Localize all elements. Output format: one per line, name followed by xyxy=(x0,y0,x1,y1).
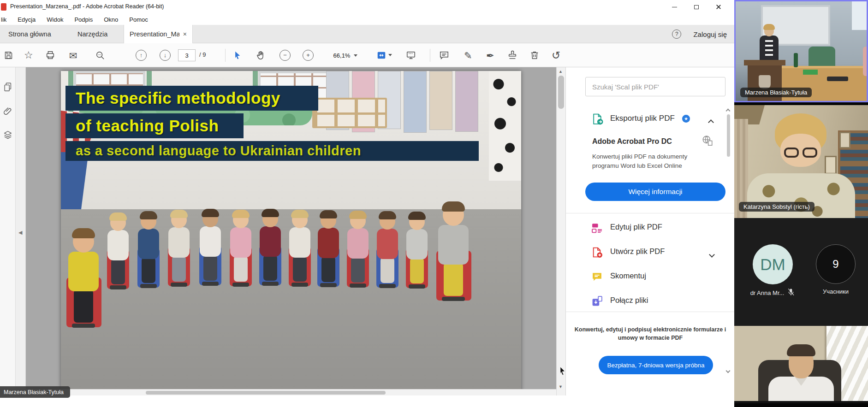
horizontal-scrollbar[interactable] xyxy=(26,389,556,395)
participant-video-marzena[interactable]: Marzena Błasiak-Tytuła xyxy=(734,0,868,102)
zoom-level-select[interactable]: 66,1% xyxy=(326,49,365,61)
participants-count-avatar: 9 xyxy=(816,244,856,284)
tab-close-icon[interactable]: × xyxy=(183,30,187,38)
menu-item-widok[interactable]: Widok xyxy=(47,16,63,23)
menu-item-plik[interactable]: lik xyxy=(1,16,6,23)
menu-item-okno[interactable]: Okno xyxy=(104,16,118,23)
chevron-down-icon xyxy=(354,54,357,57)
stamp-icon[interactable] xyxy=(507,50,517,60)
hand-tool-icon[interactable] xyxy=(256,50,266,60)
tool-label: Utwórz plik PDF xyxy=(610,247,665,256)
child-figure xyxy=(103,207,133,299)
child-figure xyxy=(196,203,225,295)
scroll-up-icon[interactable] xyxy=(726,109,731,113)
tab-bar: Strona główna Narzędzia Presentation_Mar… xyxy=(0,25,734,43)
participant-name-label: Katarzyna Sobstyl (гість) xyxy=(739,202,814,212)
page-thumbnails-icon[interactable] xyxy=(3,82,13,92)
acrobat-pro-heading: Adobe Acrobat Pro DC xyxy=(592,137,672,146)
tab-home[interactable]: Strona główna xyxy=(0,25,59,43)
child-figure xyxy=(63,223,105,338)
pdf-page: The specific methodology of teaching Pol… xyxy=(61,71,521,394)
page-number-input[interactable]: 3 xyxy=(178,49,196,61)
participant-video-katarzyna[interactable]: Katarzyna Sobstyl (гість) xyxy=(734,105,868,218)
trial-promo-text: Konwertuj, edytuj i podpisuj elektronicz… xyxy=(571,325,729,342)
vertical-scrollbar[interactable]: ▲ ▼ xyxy=(556,67,565,395)
export-pdf-row[interactable]: Eksportuj plik PDF ★ xyxy=(566,107,734,132)
rotate-icon[interactable]: ↺ xyxy=(552,50,560,60)
export-pdf-icon xyxy=(591,113,604,127)
pane-splitter[interactable]: ◀ xyxy=(16,67,26,395)
presenter-name-overlay: Marzena Błasiak-Tytuła xyxy=(0,386,70,398)
presentation-mode-icon[interactable] xyxy=(406,50,416,60)
scroll-up-icon[interactable]: ▲ xyxy=(559,69,563,74)
window-title: Presentation_Marzena_.pdf - Adobe Acroba… xyxy=(10,3,164,10)
comment-tool-icon[interactable] xyxy=(439,50,449,60)
sign-in-link[interactable]: Zaloguj się xyxy=(693,30,727,38)
delete-pages-icon[interactable] xyxy=(529,50,540,60)
next-page-icon[interactable]: ↓ xyxy=(160,50,171,61)
tool-label: Skomentuj xyxy=(610,271,646,280)
trial-button[interactable]: Bezpłatna, 7-dniowa wersja próbna xyxy=(599,356,713,374)
tab-document-label: Presentation_Marz... xyxy=(130,30,179,38)
sign-pen-icon[interactable]: ✒ xyxy=(486,50,494,60)
close-button[interactable] xyxy=(709,0,728,14)
attachments-paperclip-icon[interactable] xyxy=(3,106,13,116)
menu-bar: lik Edycja Widok Podpis Okno Pomoc xyxy=(0,14,734,25)
tools-panel: Eksportuj plik PDF ★ Adobe Acrobat Pro D… xyxy=(565,67,734,395)
zoom-out-icon[interactable]: − xyxy=(279,50,291,61)
slide-title-bar-2: of teaching Polish xyxy=(65,113,244,138)
menu-item-podpis[interactable]: Podpis xyxy=(74,16,93,23)
combine-files-icon xyxy=(591,295,603,309)
highlighter-icon[interactable]: ✎ xyxy=(464,50,472,60)
star-icon[interactable]: ☆ xyxy=(24,50,33,60)
left-nav-strip xyxy=(0,67,16,395)
chevron-down-icon[interactable] xyxy=(709,252,715,258)
help-icon[interactable]: ? xyxy=(672,29,681,39)
comment-icon xyxy=(591,271,603,284)
avatar: DM xyxy=(753,244,793,284)
slide-title-bar-3: as a second language to Ukrainian childr… xyxy=(65,141,479,161)
collapse-left-arrow-icon[interactable]: ◀ xyxy=(18,230,22,236)
more-info-button[interactable]: Więcej informacji xyxy=(585,183,725,201)
mail-icon[interactable]: ✉ xyxy=(69,50,77,60)
participant-name-label: dr Anna Mr... xyxy=(734,288,811,297)
previous-page-icon[interactable]: ↑ xyxy=(136,50,147,61)
fit-width-icon[interactable] xyxy=(376,50,392,60)
tab-document[interactable]: Presentation_Marz... × xyxy=(124,25,193,43)
search-tool-icon[interactable] xyxy=(95,50,105,60)
slide-photo-curtain xyxy=(489,71,521,181)
scrollbar-thumb[interactable] xyxy=(558,76,564,109)
menu-item-pomoc[interactable]: Pomoc xyxy=(129,16,148,23)
document-area[interactable]: The specific methodology of teaching Pol… xyxy=(26,67,556,395)
screenshot-root: Presentation_Marzena_.pdf - Adobe Acroba… xyxy=(0,0,868,407)
scroll-down-icon[interactable]: ▼ xyxy=(559,384,563,389)
tab-tools[interactable]: Narzędzia xyxy=(69,25,116,43)
scrollbar-thumb[interactable] xyxy=(727,114,730,157)
menu-item-edycja[interactable]: Edycja xyxy=(18,16,36,23)
scrollbar-thumb[interactable] xyxy=(146,391,386,395)
layers-icon[interactable] xyxy=(3,130,13,140)
chevron-up-icon[interactable] xyxy=(708,119,714,125)
scroll-down-icon[interactable] xyxy=(726,369,731,373)
minimize-button[interactable] xyxy=(665,0,684,14)
participant-video-bottom[interactable] xyxy=(734,326,868,403)
search-input[interactable] xyxy=(585,77,725,96)
create-pdf-icon xyxy=(591,247,603,260)
tool-combine-files[interactable]: Połącz pliki xyxy=(566,289,734,313)
content-region: ◀ xyxy=(0,67,734,395)
select-tool-icon[interactable] xyxy=(233,50,243,60)
acrobat-window: Presentation_Marzena_.pdf - Adobe Acroba… xyxy=(0,0,734,407)
tool-label: Połącz pliki xyxy=(610,296,648,305)
tool-comment[interactable]: Skomentuj xyxy=(566,265,734,289)
zoom-in-icon[interactable]: + xyxy=(303,50,314,61)
meeting-participants-panel: Marzena Błasiak-Tytuła Katarzyna Sobstyl… xyxy=(734,0,868,407)
slide-title-line-1: The specific methodology xyxy=(76,89,280,107)
slide-photo-shelf xyxy=(312,98,387,128)
child-figure xyxy=(256,203,285,295)
print-icon[interactable] xyxy=(45,50,55,60)
save-icon[interactable] xyxy=(4,50,13,60)
maximize-button[interactable] xyxy=(687,0,706,14)
participant-avatar-tiles[interactable]: DM 9 dr Anna Mr... Учасники xyxy=(734,218,868,326)
tool-edit-pdf[interactable]: Edytuj plik PDF xyxy=(566,216,734,240)
tool-create-pdf[interactable]: Utwórz plik PDF xyxy=(566,240,734,265)
